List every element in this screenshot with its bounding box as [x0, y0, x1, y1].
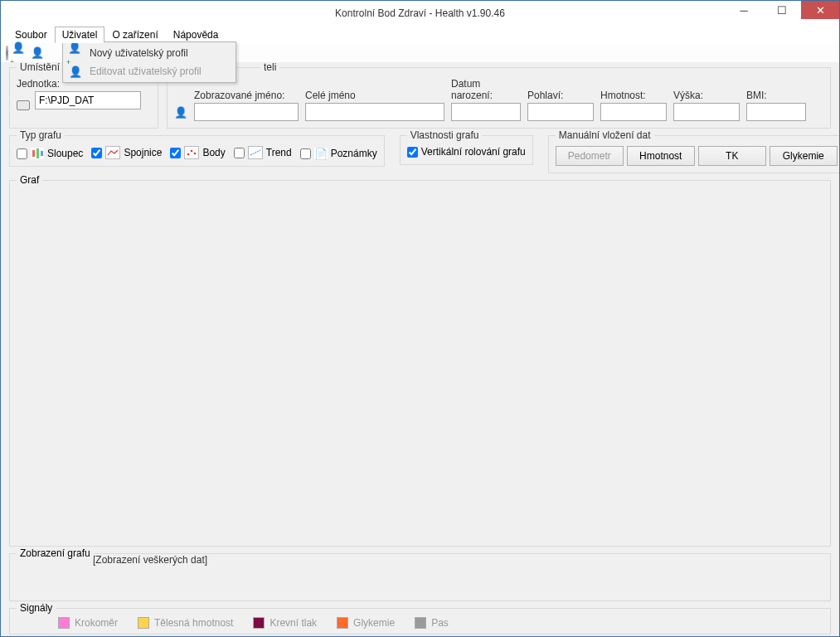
toolbar-grip-icon	[6, 46, 8, 61]
signal-body-weight: Tělesná hmotnost	[138, 617, 233, 629]
menu-soubor[interactable]: Soubor	[7, 27, 55, 43]
swatch-orange-icon	[337, 617, 348, 629]
swatch-maroon-icon	[253, 617, 265, 629]
signal-waist: Pas	[415, 617, 449, 629]
notes-icon: 📄	[314, 148, 328, 159]
group-manual-entry: Manuální vložení dat Pedometr Hmotnost T…	[548, 135, 839, 173]
user-profile-icon: 👤	[174, 105, 187, 119]
height-input[interactable]	[673, 103, 740, 121]
weight-label: Hmotnost:	[600, 90, 667, 101]
group-display-legend: Zobrazení grafu	[17, 547, 94, 559]
chk-notes-input[interactable]	[300, 148, 311, 159]
display-name-label: Zobrazované jméno:	[194, 90, 299, 101]
btn-weight[interactable]: Hmotnost	[627, 146, 695, 166]
chk-vertical-scroll[interactable]: Vertikální rolování grafu	[407, 146, 526, 158]
group-signals-legend: Signály	[17, 602, 56, 614]
group-user-info: teli 👤 Zobrazované jméno: Celé jméno Dat…	[167, 67, 831, 129]
chk-trend[interactable]: Trend	[234, 146, 292, 159]
chk-notes[interactable]: 📄 Poznámky	[300, 148, 377, 159]
menu-item-edit-user-profile: 👤 Editovat uživatelský profil	[65, 62, 234, 80]
bmi-input[interactable]	[746, 103, 806, 121]
btn-pedometer: Pedometr	[556, 146, 624, 166]
chk-points[interactable]: Body	[170, 146, 225, 159]
sex-input[interactable]	[527, 103, 594, 121]
display-text: [Zobrazení veškerých dat]	[93, 554, 207, 566]
menu-uzivatel-dropdown: 👤 Nový uživatelský profil 👤 Editovat uži…	[62, 41, 236, 83]
group-graph-props: Vlastnosti grafu Vertikální rolování gra…	[400, 135, 533, 165]
toolbar-user-button[interactable]: 👤	[30, 46, 45, 61]
group-manual-entry-legend: Manuální vložení dat	[556, 129, 654, 141]
chk-vertical-scroll-input[interactable]	[407, 147, 418, 158]
group-graph-props-legend: Vlastnosti grafu	[407, 129, 483, 141]
signal-glycemia: Glykemie	[337, 617, 395, 629]
menu-o-zarizeni[interactable]: O zařízení	[104, 27, 165, 43]
window-minimize-button[interactable]: ─	[725, 1, 763, 19]
drive-icon	[17, 96, 30, 109]
group-signals: Signály Krokoměr Tělesná hmotnost Krevní…	[9, 608, 831, 635]
sex-label: Pohlaví:	[527, 90, 594, 101]
menu-item-new-user-profile[interactable]: 👤 Nový uživatelský profil	[65, 44, 234, 62]
dob-input[interactable]	[451, 103, 521, 121]
svg-line-3	[250, 150, 260, 155]
swatch-yellow-icon	[138, 617, 149, 629]
display-name-input[interactable]	[194, 103, 299, 121]
chk-trend-input[interactable]	[234, 148, 245, 158]
window-close-button[interactable]: ✕	[801, 1, 839, 19]
svg-point-2	[194, 153, 197, 155]
group-user-info-legend-suffix: teli	[260, 62, 279, 73]
svg-point-1	[191, 150, 193, 153]
swatch-pink-icon	[58, 617, 70, 629]
svg-point-0	[187, 153, 190, 156]
chk-bar-input[interactable]	[17, 148, 27, 159]
menu-bar: Soubor Uživatel O zařízení Nápověda	[1, 26, 839, 43]
group-display: Zobrazení grafu [Zobrazení veškerých dat…	[9, 553, 831, 601]
btn-glycemia[interactable]: Glykemie	[770, 146, 838, 166]
group-graph-type: Typ grafu Sloupec Spojnice	[9, 135, 385, 167]
user-add-icon: 👤	[68, 42, 83, 64]
scatter-icon	[184, 146, 199, 159]
group-graph-type-legend: Typ grafu	[17, 129, 65, 141]
group-graph-legend: Graf	[17, 174, 42, 186]
unit-input[interactable]	[35, 91, 141, 109]
signal-pedometer: Krokoměr	[58, 617, 118, 629]
trend-icon	[248, 146, 263, 159]
signal-blood-pressure: Krevní tlak	[253, 617, 317, 629]
weight-input[interactable]	[600, 103, 667, 121]
title-bar: Kontrolní Bod Zdraví - Health v1.90.46 ─…	[1, 1, 839, 26]
group-graph: Graf	[9, 180, 831, 547]
chk-points-input[interactable]	[170, 148, 181, 158]
btn-blood-pressure[interactable]: TK	[698, 146, 766, 166]
full-name-input[interactable]	[305, 103, 444, 121]
chk-line[interactable]: Spojnice	[91, 146, 162, 159]
user-icon: 👤	[68, 66, 83, 77]
swatch-grey-icon	[415, 617, 426, 629]
group-location-legend: Umístění	[17, 62, 63, 73]
full-name-label: Celé jméno	[305, 90, 444, 101]
menu-napoveda[interactable]: Nápověda	[166, 27, 226, 43]
height-label: Výška:	[673, 90, 740, 101]
window-title: Kontrolní Bod Zdraví - Health v1.90.46	[1, 7, 839, 19]
chk-bar[interactable]: Sloupec	[17, 148, 83, 159]
window-maximize-button[interactable]: ☐	[763, 1, 801, 19]
dob-label: Datum narození:	[451, 78, 521, 101]
menu-uzivatel[interactable]: Uživatel	[55, 27, 105, 43]
bar-chart-icon	[31, 148, 44, 159]
chk-line-input[interactable]	[91, 148, 102, 158]
toolbar-user-add-button[interactable]: 👤	[12, 46, 27, 61]
bmi-label: BMI:	[746, 90, 806, 101]
line-chart-icon	[105, 146, 120, 159]
